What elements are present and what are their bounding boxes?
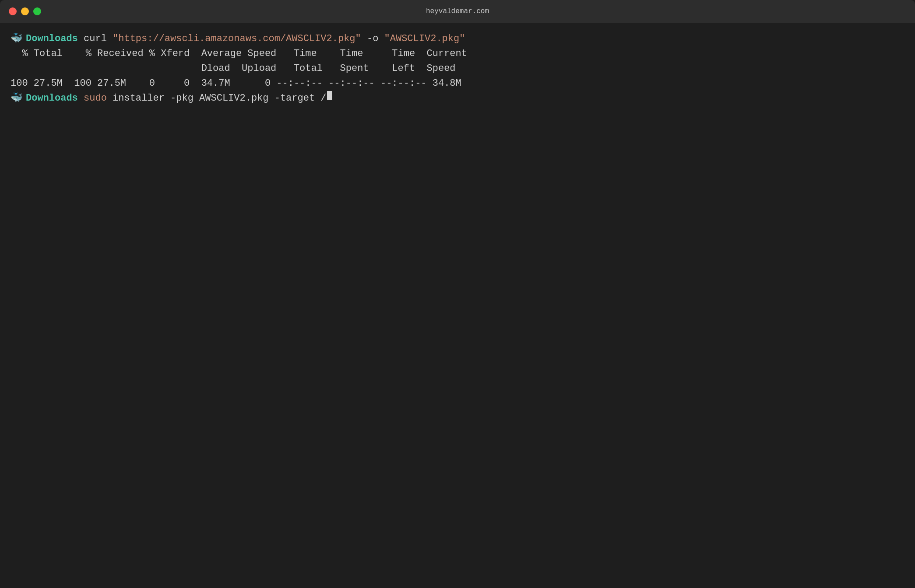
prompt-dir-2: Downloads [26,91,78,106]
terminal-line-1: 🐳 Downloads curl "https://awscli.amazona… [11,32,904,46]
window-title: heyvaldemar.com [426,7,489,15]
whale-emoji-1: 🐳 [11,32,22,46]
terminal-line-5: 🐳 Downloads sudo installer -pkg AWSCLIV2… [11,91,904,106]
close-button[interactable] [9,7,17,15]
terminal-body: 🐳 Downloads curl "https://awscli.amazona… [0,23,915,588]
curl-data: 100 27.5M 100 27.5M 0 0 34.7M 0 --:--:--… [11,76,461,91]
curl-header-2: Dload Upload Total Spent Left Speed [11,61,456,76]
terminal-line-3: Dload Upload Total Spent Left Speed [11,61,904,76]
terminal-line-2: % Total % Received % Xferd Average Speed… [11,46,904,61]
sudo-keyword: sudo [78,91,107,106]
curl-header-1: % Total % Received % Xferd Average Speed… [11,46,467,61]
curl-url: "https://awscli.amazonaws.com/AWSCLIV2.p… [113,32,361,46]
traffic-lights [9,7,41,15]
terminal-line-4: 100 27.5M 100 27.5M 0 0 34.7M 0 --:--:--… [11,76,904,91]
minimize-button[interactable] [21,7,29,15]
installer-command: installer -pkg AWSCLIV2.pkg -target / [107,91,327,106]
curl-command: curl [78,32,113,46]
curl-flag-o: -o [361,32,384,46]
cursor [327,91,332,100]
curl-output: "AWSCLIV2.pkg" [384,32,465,46]
maximize-button[interactable] [33,7,41,15]
prompt-dir-1: Downloads [26,32,78,46]
whale-emoji-2: 🐳 [11,91,22,106]
title-bar: heyvaldemar.com [0,0,915,23]
